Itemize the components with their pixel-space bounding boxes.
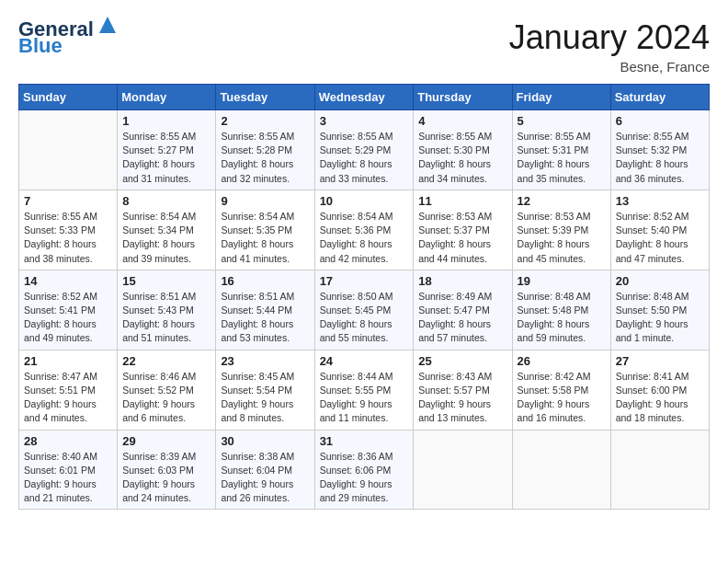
day-info: Sunrise: 8:53 AM Sunset: 5:39 PM Dayligh… (518, 210, 606, 266)
calendar-cell: 11Sunrise: 8:53 AM Sunset: 5:37 PM Dayli… (414, 190, 512, 270)
day-number: 6 (616, 114, 704, 128)
day-info: Sunrise: 8:48 AM Sunset: 5:48 PM Dayligh… (518, 290, 606, 346)
day-info: Sunrise: 8:55 AM Sunset: 5:27 PM Dayligh… (122, 130, 210, 186)
calendar-week-4: 21Sunrise: 8:47 AM Sunset: 5:51 PM Dayli… (19, 350, 710, 430)
day-number: 22 (122, 354, 210, 368)
day-info: Sunrise: 8:36 AM Sunset: 6:06 PM Dayligh… (320, 450, 409, 506)
weekday-header-friday: Friday (512, 85, 610, 110)
day-number: 9 (221, 194, 309, 208)
day-info: Sunrise: 8:48 AM Sunset: 5:50 PM Dayligh… (616, 290, 704, 346)
calendar-cell: 30Sunrise: 8:38 AM Sunset: 6:04 PM Dayli… (216, 430, 314, 510)
weekday-header-monday: Monday (118, 85, 216, 110)
day-info: Sunrise: 8:52 AM Sunset: 5:40 PM Dayligh… (616, 210, 704, 266)
calendar-cell: 13Sunrise: 8:52 AM Sunset: 5:40 PM Dayli… (610, 190, 709, 270)
day-info: Sunrise: 8:55 AM Sunset: 5:28 PM Dayligh… (221, 130, 309, 186)
calendar-cell (610, 430, 709, 510)
day-number: 20 (616, 274, 704, 288)
day-info: Sunrise: 8:55 AM Sunset: 5:33 PM Dayligh… (24, 210, 112, 266)
calendar-cell: 17Sunrise: 8:50 AM Sunset: 5:45 PM Dayli… (314, 270, 414, 350)
calendar-cell: 8Sunrise: 8:54 AM Sunset: 5:34 PM Daylig… (118, 190, 216, 270)
calendar-week-1: 1Sunrise: 8:55 AM Sunset: 5:27 PM Daylig… (19, 110, 710, 190)
calendar-cell: 16Sunrise: 8:51 AM Sunset: 5:44 PM Dayli… (216, 270, 314, 350)
day-info: Sunrise: 8:53 AM Sunset: 5:37 PM Dayligh… (418, 210, 506, 266)
day-number: 17 (320, 274, 409, 288)
day-number: 25 (418, 354, 506, 368)
calendar-cell: 29Sunrise: 8:39 AM Sunset: 6:03 PM Dayli… (118, 430, 216, 510)
day-number: 27 (616, 354, 704, 368)
day-info: Sunrise: 8:54 AM Sunset: 5:36 PM Dayligh… (320, 210, 409, 266)
day-info: Sunrise: 8:43 AM Sunset: 5:57 PM Dayligh… (418, 370, 506, 426)
day-number: 13 (616, 194, 704, 208)
day-info: Sunrise: 8:41 AM Sunset: 6:00 PM Dayligh… (616, 370, 704, 426)
day-info: Sunrise: 8:46 AM Sunset: 5:52 PM Dayligh… (122, 370, 210, 426)
day-number: 5 (518, 114, 606, 128)
calendar-cell (414, 430, 512, 510)
day-number: 7 (24, 194, 112, 208)
calendar-cell: 25Sunrise: 8:43 AM Sunset: 5:57 PM Dayli… (414, 350, 512, 430)
day-info: Sunrise: 8:55 AM Sunset: 5:30 PM Dayligh… (418, 130, 506, 186)
day-info: Sunrise: 8:42 AM Sunset: 5:58 PM Dayligh… (518, 370, 606, 426)
day-number: 11 (418, 194, 506, 208)
day-info: Sunrise: 8:40 AM Sunset: 6:01 PM Dayligh… (24, 450, 112, 506)
calendar-cell: 14Sunrise: 8:52 AM Sunset: 5:41 PM Dayli… (19, 270, 118, 350)
day-number: 16 (221, 274, 309, 288)
calendar-week-2: 7Sunrise: 8:55 AM Sunset: 5:33 PM Daylig… (19, 190, 710, 270)
day-number: 12 (518, 194, 606, 208)
calendar-cell: 3Sunrise: 8:55 AM Sunset: 5:29 PM Daylig… (314, 110, 414, 190)
calendar-cell: 9Sunrise: 8:54 AM Sunset: 5:35 PM Daylig… (216, 190, 314, 270)
day-info: Sunrise: 8:54 AM Sunset: 5:35 PM Dayligh… (221, 210, 309, 266)
weekday-header-row: SundayMondayTuesdayWednesdayThursdayFrid… (19, 85, 710, 110)
calendar-week-5: 28Sunrise: 8:40 AM Sunset: 6:01 PM Dayli… (19, 430, 710, 510)
day-info: Sunrise: 8:55 AM Sunset: 5:32 PM Dayligh… (616, 130, 704, 186)
day-number: 21 (24, 354, 112, 368)
weekday-header-sunday: Sunday (19, 85, 118, 110)
calendar-cell: 6Sunrise: 8:55 AM Sunset: 5:32 PM Daylig… (610, 110, 709, 190)
calendar-cell (19, 110, 118, 190)
month-title: January 2024 (509, 18, 710, 57)
page-header: General Blue January 2024 Besne, France (18, 18, 710, 75)
day-info: Sunrise: 8:49 AM Sunset: 5:47 PM Dayligh… (418, 290, 506, 346)
calendar-body: 1Sunrise: 8:55 AM Sunset: 5:27 PM Daylig… (19, 110, 710, 510)
title-block: January 2024 Besne, France (509, 18, 710, 75)
calendar-cell: 26Sunrise: 8:42 AM Sunset: 5:58 PM Dayli… (512, 350, 610, 430)
day-number: 3 (320, 114, 409, 128)
calendar-cell: 21Sunrise: 8:47 AM Sunset: 5:51 PM Dayli… (19, 350, 118, 430)
day-number: 15 (122, 274, 210, 288)
calendar-cell: 18Sunrise: 8:49 AM Sunset: 5:47 PM Dayli… (414, 270, 512, 350)
day-number: 4 (418, 114, 506, 128)
day-info: Sunrise: 8:55 AM Sunset: 5:31 PM Dayligh… (518, 130, 606, 186)
day-number: 31 (320, 434, 409, 448)
calendar-cell: 28Sunrise: 8:40 AM Sunset: 6:01 PM Dayli… (19, 430, 118, 510)
day-number: 18 (418, 274, 506, 288)
calendar-cell: 2Sunrise: 8:55 AM Sunset: 5:28 PM Daylig… (216, 110, 314, 190)
calendar-cell: 23Sunrise: 8:45 AM Sunset: 5:54 PM Dayli… (216, 350, 314, 430)
day-info: Sunrise: 8:51 AM Sunset: 5:43 PM Dayligh… (122, 290, 210, 346)
day-info: Sunrise: 8:45 AM Sunset: 5:54 PM Dayligh… (221, 370, 309, 426)
calendar-cell: 24Sunrise: 8:44 AM Sunset: 5:55 PM Dayli… (314, 350, 414, 430)
day-number: 19 (518, 274, 606, 288)
day-number: 2 (221, 114, 309, 128)
day-info: Sunrise: 8:50 AM Sunset: 5:45 PM Dayligh… (320, 290, 409, 346)
location: Besne, France (509, 59, 710, 75)
calendar-cell (512, 430, 610, 510)
calendar-cell: 31Sunrise: 8:36 AM Sunset: 6:06 PM Dayli… (314, 430, 414, 510)
day-info: Sunrise: 8:51 AM Sunset: 5:44 PM Dayligh… (221, 290, 309, 346)
day-number: 10 (320, 194, 409, 208)
weekday-header-thursday: Thursday (414, 85, 512, 110)
day-number: 8 (122, 194, 210, 208)
day-info: Sunrise: 8:47 AM Sunset: 5:51 PM Dayligh… (24, 370, 112, 426)
day-info: Sunrise: 8:38 AM Sunset: 6:04 PM Dayligh… (221, 450, 309, 506)
calendar-cell: 10Sunrise: 8:54 AM Sunset: 5:36 PM Dayli… (314, 190, 414, 270)
calendar-cell: 4Sunrise: 8:55 AM Sunset: 5:30 PM Daylig… (414, 110, 512, 190)
day-number: 24 (320, 354, 409, 368)
calendar-cell: 1Sunrise: 8:55 AM Sunset: 5:27 PM Daylig… (118, 110, 216, 190)
calendar-cell: 19Sunrise: 8:48 AM Sunset: 5:48 PM Dayli… (512, 270, 610, 350)
day-info: Sunrise: 8:54 AM Sunset: 5:34 PM Dayligh… (122, 210, 210, 266)
calendar-week-3: 14Sunrise: 8:52 AM Sunset: 5:41 PM Dayli… (19, 270, 710, 350)
day-info: Sunrise: 8:55 AM Sunset: 5:29 PM Dayligh… (320, 130, 409, 186)
day-number: 23 (221, 354, 309, 368)
logo-icon (97, 15, 118, 35)
calendar-cell: 5Sunrise: 8:55 AM Sunset: 5:31 PM Daylig… (512, 110, 610, 190)
logo: General Blue (18, 18, 118, 57)
weekday-header-tuesday: Tuesday (216, 85, 314, 110)
